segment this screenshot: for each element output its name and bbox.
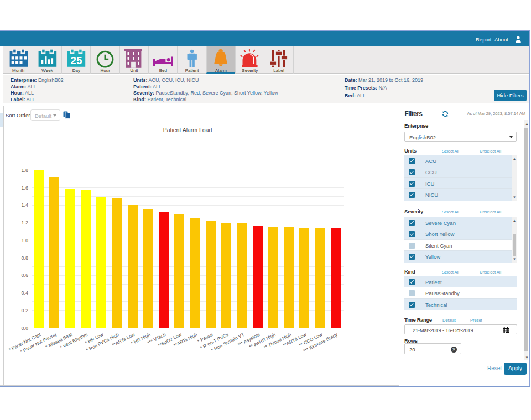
svg-text:25: 25 (71, 55, 83, 66)
